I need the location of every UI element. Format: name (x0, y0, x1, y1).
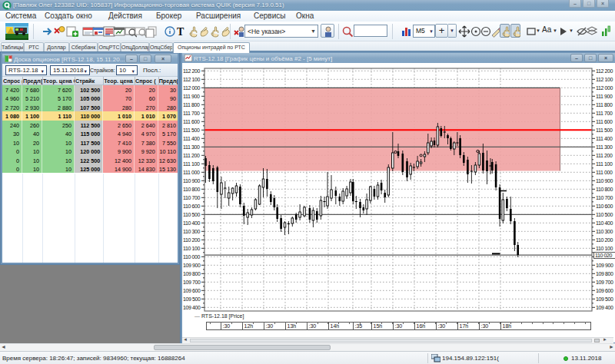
svg-text:T: T (177, 26, 184, 38)
